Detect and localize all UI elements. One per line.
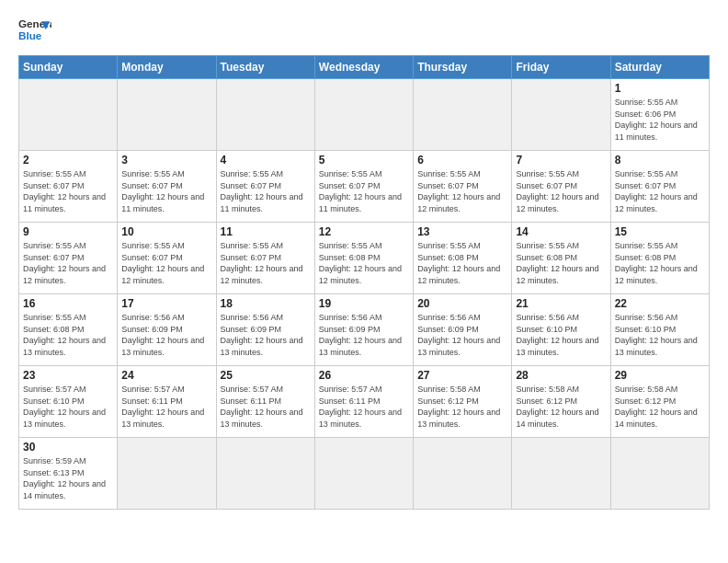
day-info: Sunrise: 5:55 AM Sunset: 6:07 PM Dayligh… bbox=[319, 168, 409, 214]
day-number: 3 bbox=[121, 154, 211, 167]
day-cell: 16Sunrise: 5:55 AM Sunset: 6:08 PM Dayli… bbox=[19, 294, 118, 366]
day-info: Sunrise: 5:56 AM Sunset: 6:09 PM Dayligh… bbox=[319, 312, 409, 358]
day-number: 21 bbox=[516, 297, 606, 310]
day-number: 24 bbox=[121, 369, 211, 382]
day-cell: 27Sunrise: 5:58 AM Sunset: 6:12 PM Dayli… bbox=[414, 366, 512, 438]
day-cell bbox=[610, 438, 709, 510]
day-number: 10 bbox=[121, 225, 211, 238]
day-cell: 22Sunrise: 5:56 AM Sunset: 6:10 PM Dayli… bbox=[610, 294, 709, 366]
day-number: 1 bbox=[615, 82, 705, 95]
day-info: Sunrise: 5:57 AM Sunset: 6:11 PM Dayligh… bbox=[319, 384, 409, 430]
day-number: 26 bbox=[319, 369, 409, 382]
day-number: 22 bbox=[615, 297, 705, 310]
day-cell: 12Sunrise: 5:55 AM Sunset: 6:08 PM Dayli… bbox=[314, 223, 413, 294]
day-number: 13 bbox=[417, 225, 507, 238]
day-number: 5 bbox=[319, 154, 409, 167]
day-cell: 26Sunrise: 5:57 AM Sunset: 6:11 PM Dayli… bbox=[314, 366, 413, 438]
day-info: Sunrise: 5:56 AM Sunset: 6:10 PM Dayligh… bbox=[615, 312, 705, 358]
day-number: 17 bbox=[121, 297, 211, 310]
day-cell bbox=[314, 79, 413, 151]
weekday-header-friday: Friday bbox=[512, 56, 610, 79]
day-number: 16 bbox=[23, 297, 113, 310]
day-cell: 6Sunrise: 5:55 AM Sunset: 6:07 PM Daylig… bbox=[414, 151, 512, 223]
week-row-3: 9Sunrise: 5:55 AM Sunset: 6:07 PM Daylig… bbox=[19, 223, 710, 294]
day-cell bbox=[216, 438, 314, 510]
day-info: Sunrise: 5:56 AM Sunset: 6:10 PM Dayligh… bbox=[516, 312, 606, 358]
day-info: Sunrise: 5:55 AM Sunset: 6:07 PM Dayligh… bbox=[221, 168, 311, 214]
day-number: 29 bbox=[615, 369, 705, 382]
week-row-6: 30Sunrise: 5:59 AM Sunset: 6:13 PM Dayli… bbox=[19, 438, 710, 510]
day-cell bbox=[216, 79, 314, 151]
day-cell: 30Sunrise: 5:59 AM Sunset: 6:13 PM Dayli… bbox=[19, 438, 118, 510]
day-cell bbox=[314, 438, 413, 510]
day-cell bbox=[118, 438, 216, 510]
day-cell: 21Sunrise: 5:56 AM Sunset: 6:10 PM Dayli… bbox=[512, 294, 610, 366]
day-info: Sunrise: 5:55 AM Sunset: 6:07 PM Dayligh… bbox=[121, 240, 211, 286]
day-cell: 24Sunrise: 5:57 AM Sunset: 6:11 PM Dayli… bbox=[118, 366, 216, 438]
day-cell: 15Sunrise: 5:55 AM Sunset: 6:08 PM Dayli… bbox=[610, 223, 709, 294]
day-number: 28 bbox=[516, 369, 606, 382]
day-number: 14 bbox=[516, 225, 606, 238]
day-cell bbox=[512, 438, 610, 510]
day-number: 15 bbox=[615, 225, 705, 238]
day-cell bbox=[19, 79, 118, 151]
weekday-header-tuesday: Tuesday bbox=[216, 56, 314, 79]
weekday-header-wednesday: Wednesday bbox=[314, 56, 413, 79]
day-info: Sunrise: 5:57 AM Sunset: 6:11 PM Dayligh… bbox=[221, 384, 311, 430]
day-info: Sunrise: 5:56 AM Sunset: 6:09 PM Dayligh… bbox=[417, 312, 507, 358]
day-cell bbox=[512, 79, 610, 151]
day-cell: 3Sunrise: 5:55 AM Sunset: 6:07 PM Daylig… bbox=[118, 151, 216, 223]
day-number: 27 bbox=[417, 369, 507, 382]
day-info: Sunrise: 5:58 AM Sunset: 6:12 PM Dayligh… bbox=[516, 384, 606, 430]
day-cell: 20Sunrise: 5:56 AM Sunset: 6:09 PM Dayli… bbox=[414, 294, 512, 366]
day-number: 6 bbox=[417, 154, 507, 167]
day-cell: 10Sunrise: 5:55 AM Sunset: 6:07 PM Dayli… bbox=[118, 223, 216, 294]
week-row-2: 2Sunrise: 5:55 AM Sunset: 6:07 PM Daylig… bbox=[19, 151, 710, 223]
weekday-header-monday: Monday bbox=[118, 56, 216, 79]
day-cell: 29Sunrise: 5:58 AM Sunset: 6:12 PM Dayli… bbox=[610, 366, 709, 438]
weekday-header-row: SundayMondayTuesdayWednesdayThursdayFrid… bbox=[19, 56, 710, 79]
week-row-4: 16Sunrise: 5:55 AM Sunset: 6:08 PM Dayli… bbox=[19, 294, 710, 366]
day-info: Sunrise: 5:55 AM Sunset: 6:08 PM Dayligh… bbox=[23, 312, 113, 358]
day-number: 18 bbox=[221, 297, 311, 310]
svg-text:Blue: Blue bbox=[18, 29, 42, 41]
day-cell: 9Sunrise: 5:55 AM Sunset: 6:07 PM Daylig… bbox=[19, 223, 118, 294]
weekday-header-thursday: Thursday bbox=[414, 56, 512, 79]
day-info: Sunrise: 5:59 AM Sunset: 6:13 PM Dayligh… bbox=[23, 455, 113, 501]
day-info: Sunrise: 5:58 AM Sunset: 6:12 PM Dayligh… bbox=[417, 384, 507, 430]
day-info: Sunrise: 5:55 AM Sunset: 6:08 PM Dayligh… bbox=[615, 240, 705, 286]
day-number: 8 bbox=[615, 154, 705, 167]
day-info: Sunrise: 5:57 AM Sunset: 6:10 PM Dayligh… bbox=[23, 384, 113, 430]
day-info: Sunrise: 5:55 AM Sunset: 6:07 PM Dayligh… bbox=[23, 168, 113, 214]
day-info: Sunrise: 5:55 AM Sunset: 6:08 PM Dayligh… bbox=[516, 240, 606, 286]
weekday-header-sunday: Sunday bbox=[19, 56, 118, 79]
day-info: Sunrise: 5:55 AM Sunset: 6:07 PM Dayligh… bbox=[516, 168, 606, 214]
day-cell: 8Sunrise: 5:55 AM Sunset: 6:07 PM Daylig… bbox=[610, 151, 709, 223]
day-info: Sunrise: 5:56 AM Sunset: 6:09 PM Dayligh… bbox=[221, 312, 311, 358]
day-cell: 23Sunrise: 5:57 AM Sunset: 6:10 PM Dayli… bbox=[19, 366, 118, 438]
day-number: 25 bbox=[221, 369, 311, 382]
day-number: 19 bbox=[319, 297, 409, 310]
day-info: Sunrise: 5:55 AM Sunset: 6:06 PM Dayligh… bbox=[615, 97, 705, 143]
day-cell: 2Sunrise: 5:55 AM Sunset: 6:07 PM Daylig… bbox=[19, 151, 118, 223]
day-info: Sunrise: 5:57 AM Sunset: 6:11 PM Dayligh… bbox=[121, 384, 211, 430]
day-info: Sunrise: 5:55 AM Sunset: 6:07 PM Dayligh… bbox=[417, 168, 507, 214]
day-cell: 7Sunrise: 5:55 AM Sunset: 6:07 PM Daylig… bbox=[512, 151, 610, 223]
day-number: 2 bbox=[23, 154, 113, 167]
day-cell: 18Sunrise: 5:56 AM Sunset: 6:09 PM Dayli… bbox=[216, 294, 314, 366]
day-cell: 5Sunrise: 5:55 AM Sunset: 6:07 PM Daylig… bbox=[314, 151, 413, 223]
day-number: 23 bbox=[23, 369, 113, 382]
day-cell: 17Sunrise: 5:56 AM Sunset: 6:09 PM Dayli… bbox=[118, 294, 216, 366]
day-cell: 25Sunrise: 5:57 AM Sunset: 6:11 PM Dayli… bbox=[216, 366, 314, 438]
day-info: Sunrise: 5:55 AM Sunset: 6:08 PM Dayligh… bbox=[417, 240, 507, 286]
page: General Blue SundayMondayTuesdayWednesda… bbox=[0, 0, 728, 519]
day-info: Sunrise: 5:56 AM Sunset: 6:09 PM Dayligh… bbox=[121, 312, 211, 358]
day-cell: 4Sunrise: 5:55 AM Sunset: 6:07 PM Daylig… bbox=[216, 151, 314, 223]
day-info: Sunrise: 5:58 AM Sunset: 6:12 PM Dayligh… bbox=[615, 384, 705, 430]
day-cell: 11Sunrise: 5:55 AM Sunset: 6:07 PM Dayli… bbox=[216, 223, 314, 294]
day-cell: 28Sunrise: 5:58 AM Sunset: 6:12 PM Dayli… bbox=[512, 366, 610, 438]
day-number: 12 bbox=[319, 225, 409, 238]
day-info: Sunrise: 5:55 AM Sunset: 6:07 PM Dayligh… bbox=[121, 168, 211, 214]
day-cell: 1Sunrise: 5:55 AM Sunset: 6:06 PM Daylig… bbox=[610, 79, 709, 151]
day-cell bbox=[118, 79, 216, 151]
